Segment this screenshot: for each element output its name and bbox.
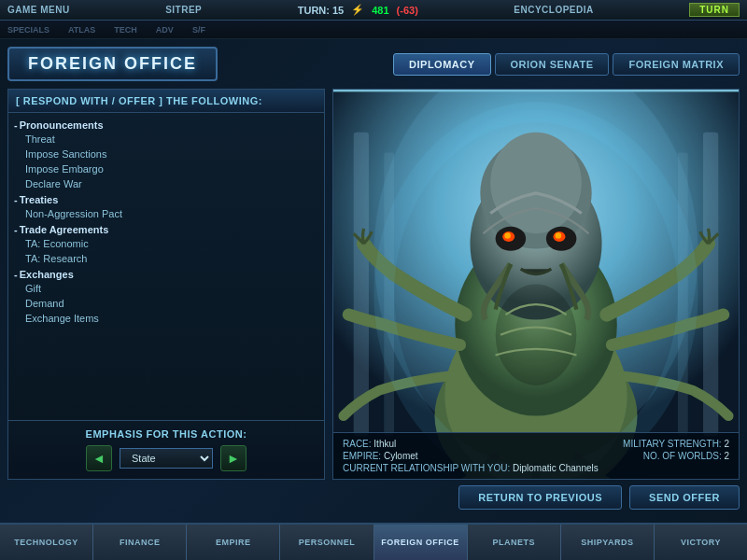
sitrep-btn[interactable]: SITREP — [165, 5, 202, 15]
emphasis-left-btn[interactable]: ◄ — [86, 445, 112, 471]
bottom-nav: TECHNOLOGY FINANCE EMPIRE PERSONNEL FORE… — [0, 523, 747, 560]
race-right: MILITARY STRENGTH: 2 NO. OF WORLDS: 2 — [623, 439, 729, 473]
svg-point-17 — [504, 232, 511, 239]
nav-shipyards[interactable]: SHIPYARDS — [561, 525, 655, 560]
item-non-aggression[interactable]: Non-Aggression Pact — [8, 206, 324, 221]
nav-foreign-office[interactable]: FOREIGN OFFICE — [374, 525, 468, 560]
num-worlds: NO. OF WORLDS: 2 — [623, 451, 729, 461]
tab-diplomacy[interactable]: DIPLOMACY — [393, 53, 491, 76]
item-declare-war[interactable]: Declare War — [8, 176, 324, 191]
item-impose-sanctions[interactable]: Impose Sanctions — [8, 147, 324, 161]
emphasis-row: ◄ State Strongly Weakly Threaten ► — [86, 445, 247, 471]
svg-rect-2 — [354, 133, 369, 437]
hp-value: 481 — [372, 5, 388, 16]
turn-info: TURN: 15 ⚡ 481 (-63) — [298, 4, 418, 16]
sec-tech[interactable]: TECH — [114, 25, 137, 35]
nav-technology[interactable]: TECHNOLOGY — [0, 525, 93, 560]
race-info: RACE: Ithkul EMPIRE: Cylomet CURRENT REL… — [333, 432, 739, 479]
tabs-container: DIPLOMACY ORION SENATE FOREIGN MATRIX — [393, 53, 740, 76]
race-name: RACE: Ithkul — [343, 439, 599, 449]
item-gift[interactable]: Gift — [8, 281, 324, 296]
category-exchanges[interactable]: Exchanges — [8, 266, 324, 281]
nav-empire[interactable]: EMPIRE — [187, 525, 280, 560]
emphasis-select[interactable]: State Strongly Weakly Threaten — [120, 448, 213, 469]
hp-icon: ⚡ — [351, 4, 364, 16]
relationship-status: CURRENT RELATIONSHIP WITH YOU: Diplomati… — [343, 463, 599, 473]
item-impose-embargo[interactable]: Impose Embargo — [8, 161, 324, 176]
tab-orion-senate[interactable]: ORION SENATE — [495, 53, 610, 76]
svg-point-19 — [496, 285, 577, 386]
secondary-bar: SPECIALS ATLAS TECH ADV S/F — [0, 21, 747, 39]
offer-header: [ RESPOND WITH / OFFER ] THE FOLLOWING: — [8, 90, 324, 113]
game-menu-btn[interactable]: GAME MENU — [7, 5, 70, 15]
emphasis-label: EMPHASIS FOR THIS ACTION: — [86, 428, 247, 440]
item-demand[interactable]: Demand — [8, 296, 324, 311]
category-treaties[interactable]: Treaties — [8, 191, 324, 206]
category-trade-agreements[interactable]: Trade Agreements — [8, 221, 324, 236]
send-offer-button[interactable]: SEND OFFER — [629, 485, 740, 510]
svg-point-18 — [556, 232, 562, 239]
hp-delta: (-63) — [397, 5, 418, 16]
top-bar: GAME MENU SITREP TURN: 15 ⚡ 481 (-63) EN… — [0, 0, 747, 21]
action-buttons: RETURN TO PREVIOUS SEND OFFER — [7, 480, 740, 515]
encyclopedia-btn[interactable]: ENCYCLOPEDIA — [514, 5, 593, 15]
fo-header: FOREIGN OFFICE DIPLOMACY ORION SENATE FO… — [7, 47, 740, 81]
alien-image — [333, 90, 739, 479]
alien-panel: RACE: Ithkul EMPIRE: Cylomet CURRENT REL… — [332, 89, 740, 480]
item-ta-research[interactable]: TA: Research — [8, 251, 324, 266]
nav-planets[interactable]: PLANETS — [468, 525, 561, 560]
race-left: RACE: Ithkul EMPIRE: Cylomet CURRENT REL… — [343, 439, 599, 473]
fo-title-box: FOREIGN OFFICE — [7, 47, 218, 81]
category-pronouncements[interactable]: Pronouncements — [8, 117, 324, 132]
fo-title: FOREIGN OFFICE — [28, 54, 197, 73]
sec-specials[interactable]: SPECIALS — [7, 25, 49, 35]
body-area: [ RESPOND WITH / OFFER ] THE FOLLOWING: … — [7, 89, 740, 480]
sec-adv[interactable]: ADV — [156, 25, 174, 35]
svg-rect-3 — [703, 133, 718, 437]
empire-name: EMPIRE: Cylomet — [343, 451, 599, 461]
sec-atlas[interactable]: ATLAS — [68, 25, 95, 35]
tab-foreign-matrix[interactable]: FOREIGN MATRIX — [613, 53, 740, 76]
item-threat[interactable]: Threat — [8, 132, 324, 147]
turn-label: TURN: 15 — [298, 5, 345, 16]
main-content: FOREIGN OFFICE DIPLOMACY ORION SENATE FO… — [0, 39, 747, 523]
nav-victory[interactable]: VICTORY — [655, 525, 747, 560]
left-panel: [ RESPOND WITH / OFFER ] THE FOLLOWING: … — [7, 89, 325, 480]
item-exchange-items[interactable]: Exchange Items — [8, 311, 324, 326]
nav-finance[interactable]: FINANCE — [93, 525, 187, 560]
sec-sf[interactable]: S/F — [192, 25, 205, 35]
nav-personnel[interactable]: PERSONNEL — [280, 525, 374, 560]
item-ta-economic[interactable]: TA: Economic — [8, 236, 324, 251]
return-previous-button[interactable]: RETURN TO PREVIOUS — [458, 485, 622, 510]
diplomacy-list: Pronouncements Threat Impose Sanctions I… — [8, 113, 324, 420]
military-strength: MILITARY STRENGTH: 2 — [623, 439, 729, 449]
turn-button[interactable]: TURN — [689, 3, 740, 17]
emphasis-right-btn[interactable]: ► — [220, 445, 247, 471]
emphasis-area: EMPHASIS FOR THIS ACTION: ◄ State Strong… — [8, 420, 324, 479]
